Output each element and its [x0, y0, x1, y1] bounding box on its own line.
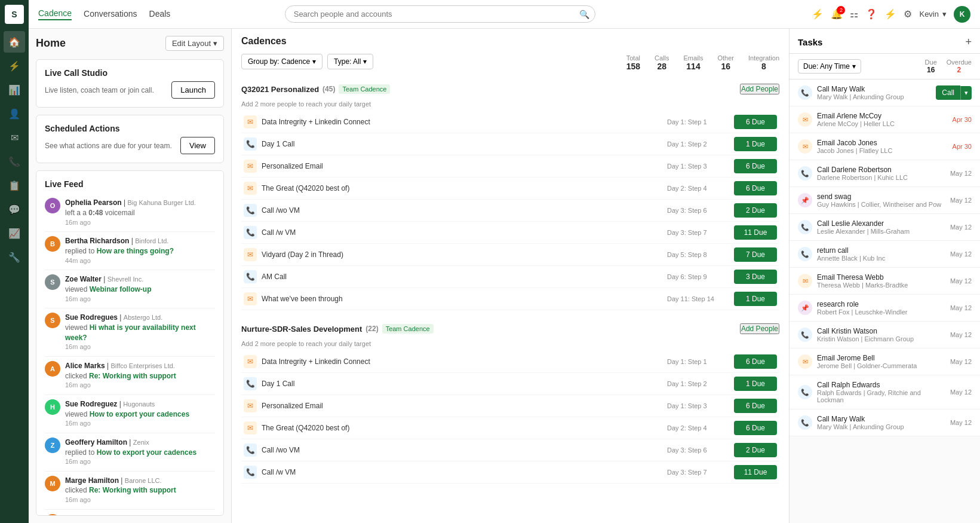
- call-button[interactable]: Call: [936, 85, 960, 100]
- gear-icon[interactable]: ⚙: [904, 8, 912, 20]
- due-button[interactable]: 3 Due: [734, 270, 777, 284]
- group-by-filter[interactable]: Group by: Cadence ▾: [241, 54, 322, 69]
- step-day: Day 5: Step 8: [667, 251, 727, 258]
- step-name: Personalized Email: [262, 162, 667, 170]
- nav-deals[interactable]: Deals: [149, 9, 171, 20]
- email-step-icon: ✉: [244, 399, 257, 412]
- nav-conversations[interactable]: Conversations: [84, 9, 137, 20]
- cadence-group-subtitle: Add 2 more people to reach your daily ta…: [241, 340, 779, 347]
- feed-item: B Bertha Richardson | Binford Ltd. repli…: [45, 232, 215, 270]
- search-input[interactable]: [285, 5, 595, 23]
- stat-other: Other 16: [718, 54, 735, 71]
- due-button[interactable]: 2 Due: [734, 443, 777, 457]
- sidebar-item-quotes[interactable]: 💬: [4, 198, 25, 220]
- filters-row: Group by: Cadence ▾ Type: All ▾: [241, 54, 373, 69]
- sidebar-item-settings[interactable]: 🔧: [4, 246, 25, 268]
- task-name: Call Ralph Edwards: [817, 381, 945, 389]
- task-item: 📞 Call Mary Walk Mary Walk | Ankunding G…: [789, 409, 980, 436]
- task-item: ✉ Email Jerome Bell Jerome Bell | Goldne…: [789, 348, 980, 375]
- sidebar-item-reports[interactable]: 📈: [4, 222, 25, 244]
- due-time-filter[interactable]: Due: Any Time ▾: [798, 59, 861, 74]
- due-button[interactable]: 6 Due: [734, 399, 777, 413]
- task-sub: Leslie Alexander | Mills-Graham: [817, 228, 945, 235]
- add-people-button[interactable]: Add People: [740, 84, 779, 94]
- tasks-title: Tasks: [798, 37, 822, 47]
- task-sub: Jacob Jones | Flatley LLC: [817, 147, 948, 154]
- due-button[interactable]: 11 Due: [734, 465, 777, 479]
- step-day: Day 1: Step 3: [667, 402, 727, 409]
- lightning-icon[interactable]: ⚡: [884, 8, 896, 20]
- feed-content: Bertha Richardson | Binford Ltd. replied…: [65, 236, 215, 265]
- task-content: Call Mary Walk Mary Walk | Ankunding Gro…: [817, 415, 945, 430]
- task-sub: Annette Black | Kub Inc: [817, 255, 945, 262]
- app-logo[interactable]: S: [5, 5, 24, 24]
- cadence-row: ✉ Personalized Email Day 1: Step 3 6 Due: [241, 395, 779, 417]
- user-menu[interactable]: Kevin ▾: [919, 10, 947, 19]
- task-type-icon: ✉: [798, 274, 812, 288]
- due-button[interactable]: 1 Due: [734, 292, 777, 306]
- due-button[interactable]: 7 Due: [734, 247, 777, 262]
- due-counts: Due 16 Overdue 2: [925, 59, 972, 74]
- task-name: Call Darlene Robertson: [817, 166, 945, 174]
- call-dropdown-button[interactable]: ▾: [960, 86, 972, 100]
- task-name: send swag: [817, 192, 945, 201]
- task-date: May 12: [950, 277, 972, 285]
- sidebar-item-activity[interactable]: ⚡: [4, 55, 25, 77]
- cadence-row: 📞 Call /w VM Day 3: Step 7 11 Due: [241, 461, 779, 484]
- avatar[interactable]: K: [954, 6, 970, 23]
- cadences-header: Cadences: [241, 36, 779, 47]
- cadence-groups-container: Q32021 Personalized (45) Team Cadence Ad…: [241, 81, 779, 484]
- due-button[interactable]: 1 Due: [734, 377, 777, 391]
- feed-avatar: S: [45, 274, 60, 290]
- feed-time: 16m ago: [65, 496, 215, 504]
- due-button[interactable]: 11 Due: [734, 225, 777, 240]
- task-content: Call Kristin Watson Kristin Watson | Eic…: [817, 327, 945, 342]
- add-task-button[interactable]: +: [965, 36, 972, 48]
- edit-layout-button[interactable]: Edit Layout ▾: [165, 36, 224, 51]
- view-button[interactable]: View: [180, 137, 215, 154]
- cadence-group-header: Q32021 Personalized (45) Team Cadence Ad…: [241, 81, 779, 97]
- cadence-row: ✉ Data Intregrity + Linkedin Connect Day…: [241, 111, 779, 133]
- step-name: AM Call: [262, 273, 667, 281]
- step-day: Day 3: Step 6: [667, 207, 727, 214]
- due-button[interactable]: 1 Due: [734, 137, 777, 151]
- apps-icon[interactable]: ⚏: [850, 8, 858, 20]
- feed-item: S Zoe Walter | Shevrell Inc. viewed Webi…: [45, 270, 215, 308]
- due-button[interactable]: 6 Due: [734, 181, 777, 195]
- chevron-down-icon: ▾: [312, 57, 316, 66]
- sidebar-item-email[interactable]: ✉: [4, 127, 25, 148]
- sidebar-item-calls[interactable]: 📞: [4, 151, 25, 172]
- type-filter[interactable]: Type: All ▾: [327, 54, 373, 69]
- task-type-icon: 📞: [798, 247, 812, 261]
- chevron-down-icon: ▾: [213, 39, 217, 48]
- step-day: Day 3: Step 6: [667, 446, 727, 454]
- help-icon[interactable]: ❓: [865, 8, 877, 20]
- sidebar-item-people[interactable]: 👤: [4, 103, 25, 124]
- search-icon: 🔍: [579, 10, 589, 19]
- task-name: Call Mary Walk: [817, 85, 931, 93]
- step-name: Personalized Email: [262, 402, 667, 410]
- due-button[interactable]: 6 Due: [734, 115, 777, 129]
- due-button[interactable]: 6 Due: [734, 354, 777, 369]
- activity-icon[interactable]: ⚡: [812, 8, 824, 20]
- live-call-studio-subtitle: Live listen, coach team or join call.: [45, 86, 154, 94]
- nav-cadence[interactable]: Cadence: [38, 8, 72, 20]
- launch-button[interactable]: Launch: [171, 81, 215, 99]
- task-sub: Jerome Bell | Goldner-Cummerata: [817, 362, 945, 369]
- sidebar-item-analytics[interactable]: 📊: [4, 79, 25, 100]
- step-day: Day 6: Step 9: [667, 273, 727, 280]
- overdue-count: Overdue 2: [947, 59, 972, 74]
- sidebar-item-tasks[interactable]: 📋: [4, 175, 25, 196]
- due-button[interactable]: 2 Due: [734, 203, 777, 218]
- due-button[interactable]: 6 Due: [734, 421, 777, 435]
- feed-avatar: H: [45, 399, 60, 415]
- email-step-icon: ✉: [244, 160, 257, 173]
- sidebar-item-home[interactable]: 🏠: [4, 31, 25, 53]
- feed-item: O Ophelia Pearson | Big Kahuna Burger Lt…: [45, 194, 215, 232]
- due-button[interactable]: 6 Due: [734, 159, 777, 173]
- feed-content: Marge Hamilton | Acme Co 16m ago: [65, 514, 215, 516]
- notifications-icon[interactable]: 🔔 2: [831, 8, 843, 20]
- step-day: Day 2: Step 4: [667, 185, 727, 192]
- call-step-icon: 📞: [244, 204, 257, 217]
- add-people-button[interactable]: Add People: [740, 323, 779, 334]
